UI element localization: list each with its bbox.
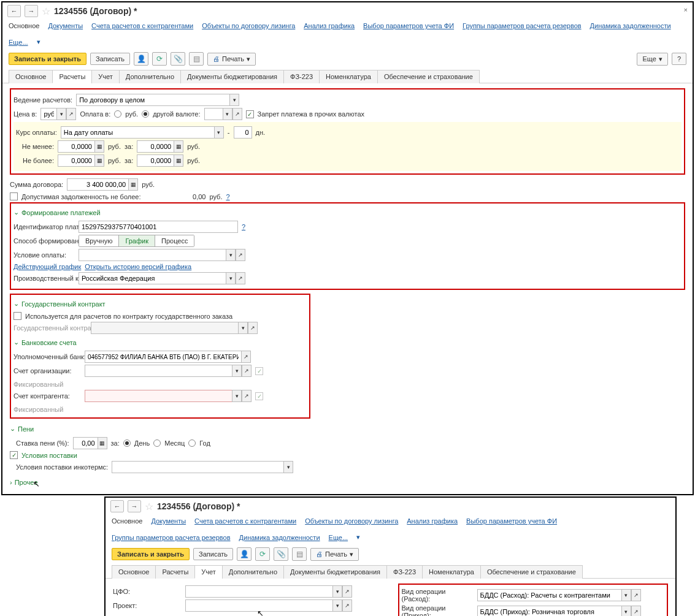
cfo-combo[interactable]: ▾ ↗ [185, 585, 352, 598]
notless-input[interactable] [58, 140, 94, 153]
rate-input[interactable] [61, 126, 214, 139]
nav-main[interactable]: Основное [9, 22, 39, 29]
tab-osnovnoe[interactable]: Основное [112, 565, 156, 579]
sum-input[interactable] [67, 178, 128, 191]
tg-manual[interactable]: Вручную [79, 235, 119, 246]
save-close-button[interactable]: Записать и закрыть [112, 548, 190, 560]
toolbar-icon-2[interactable]: ⟳ [255, 547, 270, 561]
calc-icon[interactable]: ▦ [174, 154, 183, 167]
nav-link-documents[interactable]: Документы [48, 22, 83, 29]
radio-day[interactable] [123, 439, 131, 447]
op-out-input[interactable] [477, 589, 621, 601]
radio-rub[interactable] [114, 110, 121, 118]
calc-icon[interactable]: ▦ [128, 178, 138, 191]
nav-link-documents[interactable]: Документы [151, 517, 186, 525]
price-currency[interactable]: ▾ ↗ [40, 108, 76, 120]
nav-link-more[interactable]: Еще... [9, 39, 28, 46]
open-icon[interactable]: ↗ [631, 589, 641, 601]
vedenie-input[interactable] [76, 94, 229, 106]
open-icon[interactable]: ↗ [631, 606, 641, 616]
tab-budget[interactable]: Документы бюджетирования [180, 70, 284, 83]
section-peni[interactable]: ⌄ Пени [10, 425, 34, 433]
toolbar-icon-1[interactable]: 👤 [134, 52, 148, 66]
nav-link-reserves[interactable]: Группы параметров расчета резервов [112, 534, 231, 541]
notless-combo[interactable]: ▦ [58, 140, 104, 153]
chevron-down-icon[interactable]: ▾ [232, 390, 242, 402]
calendar-input[interactable] [79, 272, 226, 284]
open-icon[interactable]: ↗ [236, 249, 245, 261]
nav-link-leasing[interactable]: Объекты по договору лизинга [305, 517, 398, 525]
chevron-down-icon[interactable]: ▾ [56, 108, 66, 120]
help-icon[interactable]: ? [226, 193, 229, 200]
rate-combo[interactable]: ▾ [61, 126, 224, 139]
tab-fz223[interactable]: ФЗ-223 [283, 70, 320, 83]
notmore-input[interactable] [58, 154, 94, 167]
ctr-fixed-checkbox[interactable] [255, 392, 263, 400]
link-open-history[interactable]: Открыть историю версий графика [85, 263, 191, 270]
calendar-combo[interactable]: ▾ ↗ [79, 272, 245, 284]
help-button[interactable]: ? [672, 53, 686, 65]
attachment-icon[interactable]: 📎 [171, 52, 185, 66]
calc-icon[interactable]: ▦ [94, 154, 104, 167]
toolbar-icon-4[interactable]: ▤ [189, 52, 204, 66]
delivery-checkbox[interactable] [10, 451, 18, 459]
inco-combo[interactable]: ▾ [112, 461, 293, 473]
tab-osnovnoe[interactable]: Основное [9, 70, 53, 83]
nav-link-debt[interactable]: Динамика задолженности [239, 534, 320, 541]
price-currency-input[interactable] [40, 108, 56, 120]
gos-use-checkbox[interactable] [13, 312, 21, 320]
tab-obespech[interactable]: Обеспечение и страхование [480, 565, 583, 579]
sum-combo[interactable]: ▦ [67, 178, 138, 191]
radio-other[interactable] [142, 110, 149, 118]
ctr-acc-combo[interactable]: ▾ ↗ [85, 390, 252, 402]
org-fixed-checkbox[interactable] [255, 367, 263, 375]
nav-link-analysis[interactable]: Анализ графика [304, 22, 355, 29]
chevron-down-icon[interactable]: ▾ [226, 272, 236, 284]
calc-icon[interactable]: ▦ [94, 140, 104, 153]
section-gos[interactable]: ⌄ Государственный контракт [13, 300, 106, 308]
open-icon[interactable]: ↗ [342, 599, 352, 612]
toolbar-icon-2[interactable]: ⟳ [152, 52, 167, 66]
help-icon[interactable]: ? [242, 223, 245, 230]
notless-for-input[interactable] [137, 140, 174, 153]
project-combo[interactable]: ▾ ↗ [185, 599, 352, 612]
chevron-down-icon[interactable]: ▾ [232, 365, 242, 377]
inco-input[interactable] [112, 461, 283, 473]
calc-icon[interactable]: ▦ [98, 437, 107, 449]
chevron-down-icon[interactable]: ▾ [214, 126, 224, 139]
print-button[interactable]: 🖨Печать▾ [310, 548, 359, 561]
toolbar-icon-4[interactable]: ▤ [292, 547, 307, 561]
nav-link-fi-params[interactable]: Выбор параметров учета ФИ [466, 517, 557, 525]
tab-uchet[interactable]: Учет [91, 70, 120, 83]
nav-link-fi-params[interactable]: Выбор параметров учета ФИ [363, 22, 454, 29]
open-icon[interactable]: ↗ [242, 390, 252, 402]
auth-bank-input[interactable] [85, 351, 241, 363]
chevron-down-icon[interactable]: ▾ [356, 533, 360, 541]
open-icon[interactable]: ↗ [236, 272, 245, 284]
nav-link-more[interactable]: Еще... [329, 534, 348, 541]
star-icon[interactable]: ☆ [145, 501, 153, 512]
radio-month[interactable] [153, 439, 161, 447]
forward-button[interactable]: → [25, 5, 38, 17]
chevron-down-icon[interactable]: ▾ [283, 461, 293, 473]
ctr-acc-input[interactable] [85, 390, 232, 402]
tab-nomen[interactable]: Номенклатура [319, 70, 378, 83]
nav-link-debt[interactable]: Динамика задолженности [590, 22, 671, 29]
nav-link-accounts[interactable]: Счета расчетов с контрагентами [91, 22, 193, 29]
peni-rate-combo[interactable]: ▦ [73, 437, 107, 449]
radio-year[interactable] [188, 439, 196, 447]
payment-id-input[interactable] [79, 221, 238, 233]
print-button[interactable]: 🖨Печать▾ [207, 53, 256, 66]
open-icon[interactable]: ↗ [242, 365, 252, 377]
tab-raschety[interactable]: Расчеты [52, 70, 92, 83]
back-button[interactable]: ← [110, 500, 124, 512]
toolbar-icon-1[interactable]: 👤 [237, 547, 252, 561]
tab-dop[interactable]: Дополнительно [222, 565, 284, 579]
save-button[interactable]: Записать [193, 548, 233, 560]
cond-input[interactable] [79, 249, 226, 261]
chevron-down-icon[interactable]: ▾ [229, 94, 239, 106]
nav-link-accounts[interactable]: Счета расчетов с контрагентами [194, 517, 296, 525]
days-input[interactable] [234, 126, 252, 139]
section-other[interactable]: › Прочее ↖ [10, 477, 47, 487]
tab-raschety[interactable]: Расчеты [155, 565, 195, 579]
